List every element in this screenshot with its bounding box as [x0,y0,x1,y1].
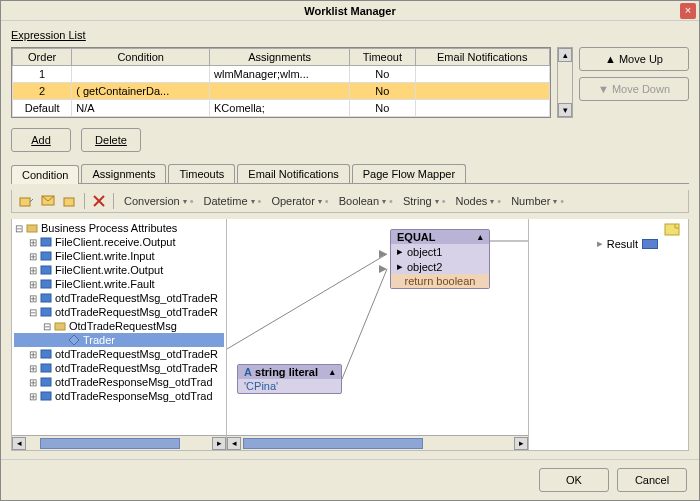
move-up-button[interactable]: ▲ Move Up [579,47,689,71]
result-label: Result [607,238,638,250]
svg-rect-23 [665,224,679,235]
svg-rect-15 [41,364,51,372]
tree-item[interactable]: ⊞FileClient.write.Fault [14,277,224,291]
svg-rect-7 [41,252,51,260]
svg-marker-13 [69,335,79,345]
return-port: return boolean [391,274,489,288]
menu-datetime[interactable]: Datetime ▾ • [200,195,266,207]
cancel-button[interactable]: Cancel [617,468,687,492]
note-icon [664,223,682,237]
tree-item[interactable]: Trader [14,333,224,347]
column-header[interactable]: Assignments [210,49,350,66]
menu-conversion[interactable]: Conversion ▾ • [120,195,198,207]
tool-icon-3[interactable] [62,193,78,209]
menu-string[interactable]: String ▾ • [399,195,450,207]
node-title: EQUAL [397,231,436,243]
tab-page-flow-mapper[interactable]: Page Flow Mapper [352,164,466,183]
canvas-hscroll[interactable]: ◂▸ [227,435,528,450]
window-title: Worklist Manager [304,5,396,17]
collapse-icon[interactable]: ▴ [478,232,483,242]
column-header[interactable]: Email Notifications [415,49,549,66]
delete-button[interactable]: Delete [81,128,141,152]
svg-rect-16 [41,378,51,386]
tab-bar: ConditionAssignmentsTimeoutsEmail Notifi… [11,164,689,184]
worklist-manager-window: Worklist Manager × Expression List Order… [0,0,700,501]
node-title: string literal [255,366,318,378]
mapper-area: ⊟Business Process Attributes⊞FileClient.… [11,219,689,451]
tree-item[interactable]: ⊞otdTradeResponseMsg_otdTrad [14,375,224,389]
collapse-icon[interactable]: ▴ [330,367,335,377]
expression-grid[interactable]: OrderConditionAssignmentsTimeoutEmail No… [11,47,551,118]
move-down-button[interactable]: ▼ Move Down [579,77,689,101]
mapper-toolbar: Conversion ▾ •Datetime ▾ •Operator ▾ •Bo… [11,190,689,213]
tree-root[interactable]: ⊟Business Process Attributes [14,221,224,235]
scroll-down-icon[interactable]: ▾ [558,103,572,117]
tree-item[interactable]: ⊞otdTradeRequestMsg_otdTradeR [14,347,224,361]
svg-rect-10 [41,294,51,302]
tree-item[interactable]: ⊞otdTradeRequestMsg_otdTradeR [14,291,224,305]
tool-icon-2[interactable] [40,193,56,209]
ok-button[interactable]: OK [539,468,609,492]
delete-icon[interactable] [91,193,107,209]
menu-nodes[interactable]: Nodes ▾ • [452,195,506,207]
svg-rect-9 [41,280,51,288]
svg-rect-14 [41,350,51,358]
result-pane: ▸ Result [528,219,688,450]
svg-rect-2 [64,198,74,206]
tree-item[interactable]: ⊞otdTradeResponseMsg_otdTrad [14,389,224,403]
equal-node[interactable]: EQUAL▴ ▸ object1 ▸ object2 return boolea… [390,229,490,289]
menu-number[interactable]: Number ▾ • [507,195,568,207]
grid-scrollbar[interactable]: ▴ ▾ [557,47,573,118]
svg-rect-17 [41,392,51,400]
menu-operator[interactable]: Operator ▾ • [267,195,332,207]
scroll-up-icon[interactable]: ▴ [558,48,572,62]
add-button[interactable]: Add [11,128,71,152]
menu-boolean[interactable]: Boolean ▾ • [335,195,397,207]
tree-item[interactable]: ⊞FileClient.receive.Output [14,235,224,249]
svg-rect-12 [55,323,65,330]
tab-assignments[interactable]: Assignments [81,164,166,183]
column-header[interactable]: Timeout [350,49,415,66]
mapping-canvas[interactable]: EQUAL▴ ▸ object1 ▸ object2 return boolea… [227,219,528,450]
svg-line-20 [342,269,387,379]
port-object2[interactable]: ▸ object2 [391,259,489,274]
table-row[interactable]: 1wlmManager;wlm...No [13,66,550,83]
tab-timeouts[interactable]: Timeouts [168,164,235,183]
svg-rect-11 [41,308,51,316]
svg-rect-6 [41,238,51,246]
column-header[interactable]: Order [13,49,72,66]
tree-hscroll[interactable]: ◂▸ [12,435,226,450]
attribute-tree[interactable]: ⊟Business Process Attributes⊞FileClient.… [12,219,226,435]
tool-icon-1[interactable] [18,193,34,209]
svg-line-18 [227,254,387,349]
tree-item[interactable]: ⊞FileClient.write.Output [14,263,224,277]
port-object1[interactable]: ▸ object1 [391,244,489,259]
tree-item[interactable]: ⊟OtdTradeRequestMsg [14,319,224,333]
table-row[interactable]: DefaultN/AKComella;No [13,100,550,117]
close-button[interactable]: × [680,3,696,19]
column-header[interactable]: Condition [72,49,210,66]
titlebar: Worklist Manager × [1,1,699,21]
literal-value: 'CPina' [238,379,341,393]
tab-email-notifications[interactable]: Email Notifications [237,164,349,183]
svg-rect-5 [27,225,37,232]
string-literal-node[interactable]: A string literal▴ 'CPina' [237,364,342,394]
expression-list-label: Expression List [11,29,689,41]
tree-item[interactable]: ⊟otdTradeRequestMsg_otdTradeR [14,305,224,319]
tree-item[interactable]: ⊞otdTradeRequestMsg_otdTradeR [14,361,224,375]
svg-rect-8 [41,266,51,274]
result-port[interactable] [642,239,658,249]
tree-item[interactable]: ⊞FileClient.write.Input [14,249,224,263]
tab-condition[interactable]: Condition [11,165,79,184]
table-row[interactable]: 2( getContainerDa...No [13,83,550,100]
svg-rect-0 [20,198,30,206]
